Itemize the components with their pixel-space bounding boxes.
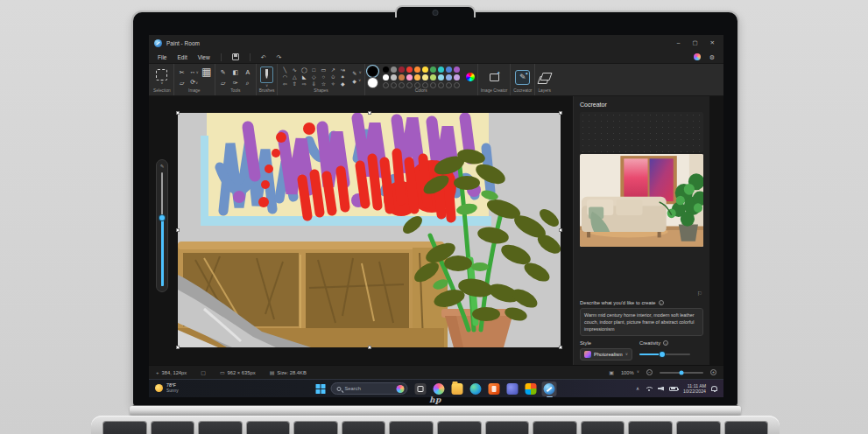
chat-app-taskbar-icon[interactable] — [413, 382, 428, 396]
zoom-slider-thumb[interactable] — [680, 370, 684, 374]
arc-shape-icon[interactable]: ◠ — [283, 74, 287, 80]
palette-color-swatch[interactable] — [406, 66, 413, 73]
palette-color-swatch[interactable] — [454, 66, 460, 73]
palette-color-swatch[interactable] — [383, 74, 389, 80]
minimize-button[interactable]: – — [677, 39, 681, 46]
eraser-icon[interactable]: ▱ — [221, 80, 225, 86]
palette-color-swatch[interactable] — [391, 74, 397, 80]
right-triangle-shape-icon[interactable]: ◣ — [302, 74, 307, 80]
arrow-down-shape-icon[interactable]: ⇩ — [312, 81, 316, 87]
paint-canvas[interactable] — [178, 113, 561, 347]
sparkle-shape-icon[interactable]: ✧ — [331, 81, 335, 87]
paint-taskbar-icon[interactable] — [542, 382, 557, 396]
rotate-icon[interactable]: ⟳∨ — [190, 79, 198, 86]
palette-color-swatch[interactable] — [438, 66, 444, 73]
palette-empty-slot[interactable] — [406, 82, 413, 88]
taskbar-clock[interactable]: 11:11 AM 10/22/2024 — [683, 383, 706, 394]
prompt-input[interactable]: Warm mid century home interior, modern s… — [580, 308, 703, 336]
layers-icon[interactable] — [539, 72, 550, 83]
cocreator-generated-image[interactable] — [580, 154, 703, 247]
store-taskbar-icon[interactable] — [524, 382, 539, 396]
palette-color-swatch[interactable] — [430, 66, 436, 73]
star-outline-shape-icon[interactable]: ✩ — [331, 74, 335, 80]
selection-tool-button[interactable]: ∨ — [156, 69, 167, 86]
zoom-level-dropdown[interactable]: 100% ∨ — [621, 370, 639, 375]
palette-color-swatch[interactable] — [399, 66, 405, 73]
info-icon[interactable] — [659, 300, 664, 305]
edge-taskbar-icon[interactable] — [469, 382, 483, 396]
magnifier-icon[interactable]: ⌕ — [246, 80, 250, 86]
burst-shape-icon[interactable]: ✶ — [341, 74, 345, 80]
palette-empty-slot[interactable] — [430, 82, 436, 88]
palette-color-swatch[interactable] — [414, 74, 420, 80]
text-tool-icon[interactable]: A — [245, 69, 250, 75]
pen-size-slider[interactable]: ✎ — [156, 159, 168, 292]
line-shape-icon[interactable]: ╲ — [284, 67, 287, 73]
flag-report-icon[interactable]: ⚐ — [697, 290, 702, 298]
triangle-shape-icon[interactable]: △ — [293, 74, 297, 80]
arrow-right-shape-icon[interactable]: ⇨ — [302, 81, 307, 87]
start-button[interactable] — [316, 384, 326, 394]
search-input[interactable]: Search — [331, 382, 408, 395]
selection-handle[interactable] — [559, 346, 562, 349]
tray-chevron-up-icon[interactable]: ∧ — [636, 386, 639, 391]
info-icon[interactable] — [663, 340, 668, 346]
canvas-options-icon[interactable]: ▦ — [201, 66, 211, 77]
arrow-up-shape-icon[interactable]: ⇧ — [293, 81, 297, 87]
palette-empty-slot[interactable] — [438, 82, 444, 88]
copilot-taskbar-icon[interactable] — [432, 382, 447, 396]
resize-icon[interactable]: ↔∨ — [190, 68, 199, 75]
redo-icon[interactable]: ↷ — [277, 54, 282, 60]
file-explorer-taskbar-icon[interactable] — [450, 382, 465, 396]
fill-bucket-icon[interactable]: ◧ — [232, 69, 238, 75]
arrow-left-shape-icon[interactable]: ⇦ — [283, 81, 287, 87]
selection-handle[interactable] — [368, 346, 371, 349]
undo-icon[interactable]: ↶ — [261, 54, 266, 60]
volume-icon[interactable] — [658, 387, 664, 391]
palette-color-swatch[interactable] — [414, 66, 420, 73]
rectangle-shape-icon[interactable]: □ — [313, 67, 316, 73]
palette-color-swatch[interactable] — [446, 66, 452, 73]
palette-color-swatch[interactable] — [446, 74, 452, 80]
palette-color-swatch[interactable] — [422, 66, 428, 73]
selection-handle[interactable] — [368, 111, 371, 115]
copilot-icon[interactable] — [397, 385, 405, 393]
teams-taskbar-icon[interactable] — [505, 382, 520, 396]
selection-handle[interactable] — [176, 346, 180, 349]
canvas-painting[interactable] — [178, 113, 561, 347]
palette-color-swatch[interactable] — [391, 66, 397, 73]
palette-color-swatch[interactable] — [399, 74, 405, 80]
menu-view[interactable]: View — [198, 54, 210, 60]
star-shape-icon[interactable]: ☆ — [321, 81, 326, 87]
pen-slider-track[interactable] — [161, 172, 163, 286]
eyedropper-icon[interactable]: ✑ — [233, 80, 238, 86]
scribble-shape-icon[interactable]: ↝ — [341, 67, 345, 73]
circle-shape-icon[interactable]: ○ — [322, 74, 326, 80]
primary-color-swatch[interactable] — [368, 66, 378, 76]
style-dropdown[interactable]: Photorealism ∨ — [580, 348, 632, 360]
shape-fill-dropdown[interactable]: ◆∨ — [352, 78, 361, 84]
gem-shape-icon[interactable]: ◆ — [341, 81, 345, 87]
curve-shape-icon[interactable]: ∿ — [293, 67, 297, 73]
edit-colors-wheel-icon[interactable] — [466, 73, 475, 81]
pen-slider-thumb[interactable] — [159, 215, 165, 220]
brushes-button[interactable]: ∨ — [260, 66, 273, 88]
rounded-rectangle-shape-icon[interactable]: ▭ — [321, 67, 327, 73]
pencil-icon[interactable]: ✎ — [221, 69, 226, 75]
shape-outline-dropdown[interactable]: ✎∨ — [352, 70, 361, 76]
menu-file[interactable]: File — [158, 54, 166, 60]
palette-empty-slot[interactable] — [414, 82, 420, 88]
palette-color-swatch[interactable] — [422, 74, 428, 80]
palette-color-swatch[interactable] — [406, 74, 413, 80]
oval-shape-icon[interactable]: ◯ — [301, 67, 307, 73]
settings-gear-icon[interactable]: ⚙ — [709, 54, 715, 60]
palette-empty-slot[interactable] — [399, 82, 405, 88]
palette-empty-slot[interactable] — [383, 82, 389, 88]
selection-handle[interactable] — [176, 111, 180, 115]
zoom-out-button[interactable]: − — [646, 369, 653, 375]
secondary-color-swatch[interactable] — [368, 78, 378, 88]
fit-to-screen-icon[interactable]: ▣ — [609, 370, 614, 375]
battery-icon[interactable] — [669, 387, 678, 391]
creativity-slider-thumb[interactable] — [660, 352, 665, 357]
creativity-slider[interactable] — [639, 354, 690, 355]
